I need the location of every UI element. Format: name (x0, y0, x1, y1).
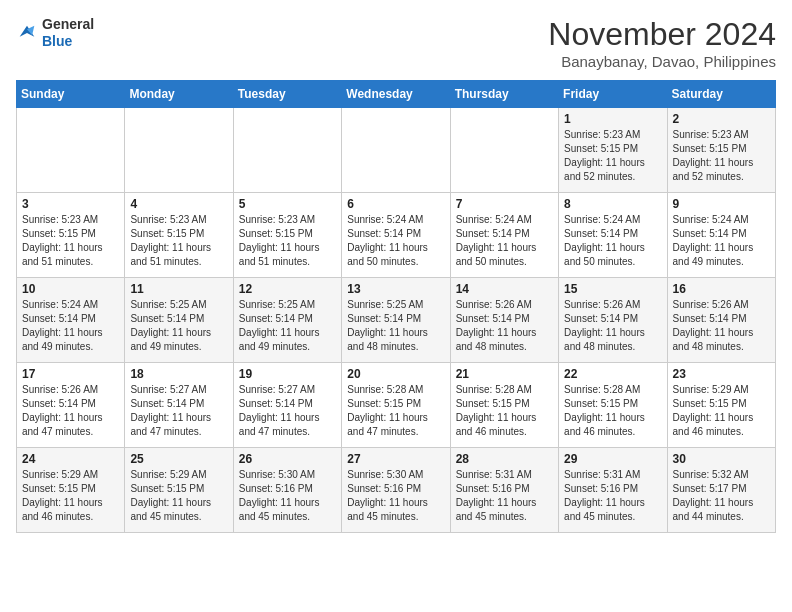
calendar-cell: 2Sunrise: 5:23 AM Sunset: 5:15 PM Daylig… (667, 108, 775, 193)
day-number: 9 (673, 197, 770, 211)
day-header-saturday: Saturday (667, 81, 775, 108)
calendar-cell: 14Sunrise: 5:26 AM Sunset: 5:14 PM Dayli… (450, 278, 558, 363)
logo: General Blue (16, 16, 94, 50)
day-number: 22 (564, 367, 661, 381)
day-info: Sunrise: 5:24 AM Sunset: 5:14 PM Dayligh… (456, 213, 553, 269)
day-info: Sunrise: 5:26 AM Sunset: 5:14 PM Dayligh… (564, 298, 661, 354)
day-info: Sunrise: 5:24 AM Sunset: 5:14 PM Dayligh… (673, 213, 770, 269)
calendar-cell: 12Sunrise: 5:25 AM Sunset: 5:14 PM Dayli… (233, 278, 341, 363)
calendar-week-row: 24Sunrise: 5:29 AM Sunset: 5:15 PM Dayli… (17, 448, 776, 533)
day-info: Sunrise: 5:25 AM Sunset: 5:14 PM Dayligh… (347, 298, 444, 354)
calendar-cell: 18Sunrise: 5:27 AM Sunset: 5:14 PM Dayli… (125, 363, 233, 448)
day-info: Sunrise: 5:29 AM Sunset: 5:15 PM Dayligh… (22, 468, 119, 524)
day-number: 21 (456, 367, 553, 381)
calendar-cell: 5Sunrise: 5:23 AM Sunset: 5:15 PM Daylig… (233, 193, 341, 278)
day-info: Sunrise: 5:28 AM Sunset: 5:15 PM Dayligh… (347, 383, 444, 439)
day-number: 23 (673, 367, 770, 381)
day-number: 25 (130, 452, 227, 466)
day-info: Sunrise: 5:27 AM Sunset: 5:14 PM Dayligh… (239, 383, 336, 439)
day-number: 29 (564, 452, 661, 466)
day-header-wednesday: Wednesday (342, 81, 450, 108)
day-number: 4 (130, 197, 227, 211)
location-subtitle: Banaybanay, Davao, Philippines (548, 53, 776, 70)
calendar-cell: 27Sunrise: 5:30 AM Sunset: 5:16 PM Dayli… (342, 448, 450, 533)
day-info: Sunrise: 5:26 AM Sunset: 5:14 PM Dayligh… (456, 298, 553, 354)
day-info: Sunrise: 5:26 AM Sunset: 5:14 PM Dayligh… (22, 383, 119, 439)
calendar-cell: 26Sunrise: 5:30 AM Sunset: 5:16 PM Dayli… (233, 448, 341, 533)
logo-bird-icon (16, 22, 38, 44)
calendar-cell: 9Sunrise: 5:24 AM Sunset: 5:14 PM Daylig… (667, 193, 775, 278)
calendar-cell: 20Sunrise: 5:28 AM Sunset: 5:15 PM Dayli… (342, 363, 450, 448)
day-info: Sunrise: 5:30 AM Sunset: 5:16 PM Dayligh… (239, 468, 336, 524)
day-number: 6 (347, 197, 444, 211)
day-info: Sunrise: 5:23 AM Sunset: 5:15 PM Dayligh… (239, 213, 336, 269)
day-number: 18 (130, 367, 227, 381)
day-number: 5 (239, 197, 336, 211)
day-info: Sunrise: 5:28 AM Sunset: 5:15 PM Dayligh… (456, 383, 553, 439)
calendar-cell: 23Sunrise: 5:29 AM Sunset: 5:15 PM Dayli… (667, 363, 775, 448)
calendar-cell: 8Sunrise: 5:24 AM Sunset: 5:14 PM Daylig… (559, 193, 667, 278)
day-number: 12 (239, 282, 336, 296)
calendar-cell: 6Sunrise: 5:24 AM Sunset: 5:14 PM Daylig… (342, 193, 450, 278)
day-info: Sunrise: 5:30 AM Sunset: 5:16 PM Dayligh… (347, 468, 444, 524)
day-info: Sunrise: 5:23 AM Sunset: 5:15 PM Dayligh… (673, 128, 770, 184)
calendar-cell (342, 108, 450, 193)
day-number: 24 (22, 452, 119, 466)
month-title: November 2024 (548, 16, 776, 53)
day-info: Sunrise: 5:23 AM Sunset: 5:15 PM Dayligh… (130, 213, 227, 269)
day-header-friday: Friday (559, 81, 667, 108)
day-number: 30 (673, 452, 770, 466)
day-info: Sunrise: 5:29 AM Sunset: 5:15 PM Dayligh… (130, 468, 227, 524)
calendar-cell (125, 108, 233, 193)
day-info: Sunrise: 5:24 AM Sunset: 5:14 PM Dayligh… (22, 298, 119, 354)
title-block: November 2024 Banaybanay, Davao, Philipp… (548, 16, 776, 70)
day-number: 14 (456, 282, 553, 296)
calendar-cell: 3Sunrise: 5:23 AM Sunset: 5:15 PM Daylig… (17, 193, 125, 278)
day-number: 26 (239, 452, 336, 466)
calendar-cell (233, 108, 341, 193)
logo-text: General Blue (42, 16, 94, 50)
day-info: Sunrise: 5:23 AM Sunset: 5:15 PM Dayligh… (564, 128, 661, 184)
day-info: Sunrise: 5:32 AM Sunset: 5:17 PM Dayligh… (673, 468, 770, 524)
calendar-cell: 28Sunrise: 5:31 AM Sunset: 5:16 PM Dayli… (450, 448, 558, 533)
calendar-week-row: 17Sunrise: 5:26 AM Sunset: 5:14 PM Dayli… (17, 363, 776, 448)
calendar-cell: 19Sunrise: 5:27 AM Sunset: 5:14 PM Dayli… (233, 363, 341, 448)
calendar-cell: 7Sunrise: 5:24 AM Sunset: 5:14 PM Daylig… (450, 193, 558, 278)
day-number: 19 (239, 367, 336, 381)
day-header-sunday: Sunday (17, 81, 125, 108)
calendar-header-row: SundayMondayTuesdayWednesdayThursdayFrid… (17, 81, 776, 108)
day-number: 10 (22, 282, 119, 296)
day-number: 2 (673, 112, 770, 126)
day-number: 1 (564, 112, 661, 126)
calendar-cell: 29Sunrise: 5:31 AM Sunset: 5:16 PM Dayli… (559, 448, 667, 533)
day-info: Sunrise: 5:31 AM Sunset: 5:16 PM Dayligh… (456, 468, 553, 524)
day-info: Sunrise: 5:24 AM Sunset: 5:14 PM Dayligh… (564, 213, 661, 269)
calendar-week-row: 1Sunrise: 5:23 AM Sunset: 5:15 PM Daylig… (17, 108, 776, 193)
calendar-cell: 25Sunrise: 5:29 AM Sunset: 5:15 PM Dayli… (125, 448, 233, 533)
calendar-cell: 17Sunrise: 5:26 AM Sunset: 5:14 PM Dayli… (17, 363, 125, 448)
calendar-cell: 15Sunrise: 5:26 AM Sunset: 5:14 PM Dayli… (559, 278, 667, 363)
calendar-cell: 21Sunrise: 5:28 AM Sunset: 5:15 PM Dayli… (450, 363, 558, 448)
day-info: Sunrise: 5:27 AM Sunset: 5:14 PM Dayligh… (130, 383, 227, 439)
calendar-cell: 30Sunrise: 5:32 AM Sunset: 5:17 PM Dayli… (667, 448, 775, 533)
calendar-cell: 4Sunrise: 5:23 AM Sunset: 5:15 PM Daylig… (125, 193, 233, 278)
day-header-monday: Monday (125, 81, 233, 108)
calendar-cell: 1Sunrise: 5:23 AM Sunset: 5:15 PM Daylig… (559, 108, 667, 193)
day-number: 16 (673, 282, 770, 296)
calendar-cell: 10Sunrise: 5:24 AM Sunset: 5:14 PM Dayli… (17, 278, 125, 363)
day-info: Sunrise: 5:24 AM Sunset: 5:14 PM Dayligh… (347, 213, 444, 269)
day-number: 28 (456, 452, 553, 466)
day-number: 17 (22, 367, 119, 381)
calendar-body: 1Sunrise: 5:23 AM Sunset: 5:15 PM Daylig… (17, 108, 776, 533)
day-number: 20 (347, 367, 444, 381)
calendar-cell: 22Sunrise: 5:28 AM Sunset: 5:15 PM Dayli… (559, 363, 667, 448)
day-number: 11 (130, 282, 227, 296)
day-info: Sunrise: 5:25 AM Sunset: 5:14 PM Dayligh… (130, 298, 227, 354)
day-info: Sunrise: 5:23 AM Sunset: 5:15 PM Dayligh… (22, 213, 119, 269)
day-header-tuesday: Tuesday (233, 81, 341, 108)
day-number: 13 (347, 282, 444, 296)
calendar-cell: 24Sunrise: 5:29 AM Sunset: 5:15 PM Dayli… (17, 448, 125, 533)
day-number: 15 (564, 282, 661, 296)
calendar-cell: 11Sunrise: 5:25 AM Sunset: 5:14 PM Dayli… (125, 278, 233, 363)
day-number: 8 (564, 197, 661, 211)
